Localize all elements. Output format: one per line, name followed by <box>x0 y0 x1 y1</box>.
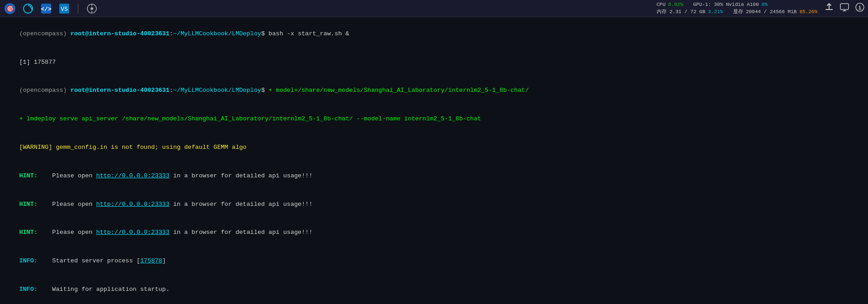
info-text-10: Waiting for application startup. <box>38 286 170 293</box>
vram-value: 85.26% <box>799 9 817 15</box>
cmd-3: + model=/share/new_models/Shanghai_AI_La… <box>268 87 529 94</box>
cpu-label: CPU <box>657 1 666 8</box>
hint-link-1[interactable]: http://0.0.0.0:23333 <box>96 172 170 179</box>
terminal[interactable]: (opencompass) root@intern-studio-4002363… <box>0 17 868 304</box>
info-label-9: INFO: <box>19 257 38 264</box>
terminal-line-1: (opencompass) root@intern-studio-4002363… <box>5 20 863 48</box>
svg-rect-12 <box>825 9 833 10</box>
hint-label-2: HINT: <box>19 201 38 208</box>
terminal-line-3: (opencompass) root@intern-studio-4002363… <box>5 77 863 105</box>
prompt-colon-1: : <box>170 30 173 37</box>
topbar-divider <box>78 4 78 14</box>
cmd-1: bash -x start_raw.sh & <box>268 30 349 37</box>
prompt-user-3: root@intern-studio-40023631 <box>71 87 170 94</box>
info-text-9: Started server process [ <box>38 257 140 264</box>
svg-text:</>: </> <box>41 6 51 13</box>
hint-link-3[interactable]: http://0.0.0.0:23333 <box>96 229 170 236</box>
line-4-text: + lmdeploy serve api_server /share/new_m… <box>19 115 481 122</box>
app-icon-blue[interactable]: VS <box>58 2 71 15</box>
prompt-colon-3: : <box>170 87 173 94</box>
terminal-line-9: INFO: Started server process [175878] <box>5 247 863 276</box>
topbar-action-icons: i <box>825 3 864 14</box>
hint-text-2: Please open <box>38 201 96 208</box>
warning-text: [WARNING] gemm_config.in is not found; u… <box>19 144 246 151</box>
prompt-dollar-1: $ <box>261 30 268 37</box>
hint-label-3: HINT: <box>19 229 38 236</box>
opencompass-prefix-1: (opencompass) <box>19 30 70 37</box>
app-icon-code[interactable]: </> <box>40 2 52 15</box>
line-2-text: [1] 175877 <box>19 59 56 66</box>
prompt-dollar-3: $ <box>261 87 268 94</box>
prompt-path-3: ~/MyLLMCookbook/LMDeploy <box>173 87 261 94</box>
upload-icon[interactable] <box>825 3 834 14</box>
hint-link-2[interactable]: http://0.0.0.0:23333 <box>96 201 170 208</box>
gpu-label: GPU-1: 30% Nvidia A100 <box>693 1 759 8</box>
gpu-value: 0% <box>762 1 768 8</box>
hint-suffix-2: in a browser for detailed api usage!!! <box>170 201 313 208</box>
mem-value: 3.21% <box>708 9 723 15</box>
stat-row-cpu-gpu: CPU 6.02% GPU-1: 30% Nvidia A100 0% <box>657 1 817 8</box>
hint-suffix-3: in a browser for detailed api usage!!! <box>170 229 313 236</box>
hint-suffix-1: in a browser for detailed api usage!!! <box>170 172 313 179</box>
info-label-10: INFO: <box>19 286 38 293</box>
svg-text:VS: VS <box>61 6 68 13</box>
terminal-line-2: [1] 175877 <box>5 48 863 77</box>
prompt-user-1: root@intern-studio-40023631 <box>71 30 170 37</box>
terminal-line-5: [WARNING] gemm_config.in is not found; u… <box>5 133 863 162</box>
opencompass-prefix-3: (opencompass) <box>19 87 70 94</box>
info-icon[interactable]: i <box>855 3 864 14</box>
svg-point-9 <box>91 7 93 10</box>
topbar-right: CPU 6.02% GPU-1: 30% Nvidia A100 0% 内存 2… <box>657 1 864 15</box>
terminal-line-4: + lmdeploy serve api_server /share/new_m… <box>5 105 863 133</box>
topbar-left: 🎯 </> VS <box>4 2 98 15</box>
stat-row-mem-vram: 内存 2.31 / 72 GB 3.21% 显存 20944 / 24566 M… <box>657 9 817 15</box>
terminal-line-10: INFO: Waiting for application startup. <box>5 276 863 304</box>
cpu-value: 6.02% <box>668 1 683 8</box>
monitor-icon[interactable] <box>840 3 849 14</box>
info-bracket: ] <box>162 257 166 264</box>
prompt-path-1: ~/MyLLMCookbook/LMDeploy <box>173 30 261 37</box>
terminal-line-6: HINT: Please open http://0.0.0.0:23333 i… <box>5 162 863 190</box>
svg-rect-13 <box>840 4 849 10</box>
hint-text-1: Please open <box>38 172 96 179</box>
svg-text:🎯: 🎯 <box>6 5 14 13</box>
hint-label-1: HINT: <box>19 172 38 179</box>
terminal-line-8: HINT: Please open http://0.0.0.0:23333 i… <box>5 218 863 247</box>
topbar: 🎯 </> VS <box>0 0 868 17</box>
app-icon-refresh[interactable] <box>22 2 34 15</box>
terminal-line-7: HINT: Please open http://0.0.0.0:23333 i… <box>5 190 863 219</box>
system-stats: CPU 6.02% GPU-1: 30% Nvidia A100 0% 内存 2… <box>657 1 817 15</box>
hint-text-3: Please open <box>38 229 96 236</box>
svg-text:i: i <box>858 5 861 11</box>
mem-label: 内存 2.31 / 72 GB <box>657 9 706 15</box>
vram-label: 显存 20944 / 24566 MiB <box>733 9 797 15</box>
app-icon-compass[interactable] <box>86 2 98 15</box>
info-pid: 175878 <box>140 257 162 264</box>
app-icon-1[interactable]: 🎯 <box>4 2 16 15</box>
